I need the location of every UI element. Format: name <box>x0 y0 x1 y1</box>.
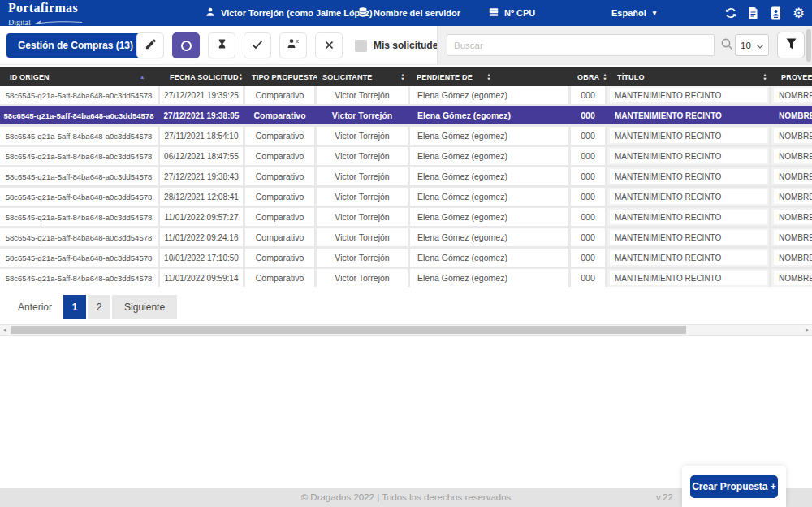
version-text: v.22. <box>656 488 676 507</box>
search-input[interactable] <box>447 34 715 56</box>
table-row[interactable]: 58c6545-q21a-5aff-84ba648-a0c3dd54578 28… <box>0 188 812 206</box>
cell-titulo: MANTENIMIENTO RECINTO <box>607 167 769 185</box>
cell-proveedor: NOMBRE <box>771 269 812 287</box>
cell-titulo: MANTENIMIENTO RECINTO <box>607 188 769 206</box>
scroll-right-icon[interactable]: ► <box>805 325 810 335</box>
module-dropdown-button[interactable]: Gestión de Compras (13) ▾ <box>6 33 157 58</box>
pending-filter-button[interactable] <box>172 32 200 58</box>
pagination-page-2[interactable]: 2 <box>88 295 110 318</box>
user-icon <box>205 6 216 20</box>
reject-button[interactable] <box>315 32 343 58</box>
gear-icon[interactable]: ⚙ <box>792 6 806 20</box>
approve-button[interactable] <box>244 32 271 58</box>
hourglass-icon <box>217 38 227 53</box>
cell-solicitante: Victor Torrejón <box>317 86 408 104</box>
col-header-solicitante[interactable]: SOLICITANTE ▲▼ <box>317 67 410 86</box>
filter-button[interactable] <box>777 32 805 58</box>
cell-titulo: MANTENIMIENTO RECINTO <box>607 147 769 165</box>
cell-pendiente-de: Elena Gómez (egomez) <box>410 188 568 206</box>
col-header-titulo[interactable]: TÍTULO ▲▼ <box>607 67 771 86</box>
app-screen: Portafirmas Digital Victor Torrejón (com… <box>0 0 812 507</box>
cell-tipo-propuesta: Comparativo <box>245 188 314 206</box>
sort-icon: ▲▼ <box>762 73 771 80</box>
cell-id-origen: 58c6545-q21a-5aff-84ba648-a0c3dd54578 <box>0 228 158 246</box>
hourglass-button[interactable] <box>208 32 235 58</box>
cell-titulo: MANTENIMIENTO RECINTO <box>607 208 769 226</box>
cell-id-origen: 58c6545-q21a-5aff-84ba648-a0c3dd54578 <box>0 106 158 124</box>
funnel-icon <box>786 38 797 53</box>
table-row[interactable]: 58c6545-q21a-5aff-84ba648-a0c3dd54578 11… <box>0 228 812 246</box>
cell-proveedor: NOMBRE <box>771 228 812 246</box>
cell-pendiente-de: Elena Gómez (egomez) <box>410 228 568 246</box>
col-header-obra[interactable]: OBRA ▲▼ <box>571 67 607 86</box>
my-requests-checkbox[interactable]: Mis solicitudes <box>355 26 443 65</box>
cell-fecha-solicitud: 11/01/2022 09:57:27 <box>160 208 243 226</box>
cell-pendiente-de: Elena Gómez (egomez) <box>410 208 568 226</box>
language-selector[interactable]: Español ▾ <box>611 0 656 26</box>
cell-fecha-solicitud: 27/12/2021 19:38:05 <box>160 106 243 124</box>
table-row[interactable]: 58c6545-q21a-5aff-84ba648-a0c3dd54578 06… <box>0 147 812 165</box>
language-label: Español <box>611 8 646 18</box>
pagination-next[interactable]: Siguiente <box>112 295 177 318</box>
col-header-proveedor[interactable]: PROVEEDOR <box>771 67 812 86</box>
logo-subtitle: Digital <box>8 18 31 27</box>
table-row[interactable]: 58c6545-q21a-5aff-84ba648-a0c3dd54578 27… <box>0 167 812 185</box>
cell-proveedor: NOMBRE <box>771 167 812 185</box>
sort-icon: ▲▼ <box>400 73 410 80</box>
col-header-pendiente-de[interactable]: PENDIENTE DE ▲▼ <box>410 67 571 86</box>
horizontal-scrollbar[interactable]: ◄ ► <box>0 324 812 336</box>
app-logo[interactable]: Portafirmas Digital <box>8 2 84 29</box>
cell-obra: 000 <box>571 188 605 206</box>
cell-obra: 000 <box>571 127 605 145</box>
cell-titulo: MANTENIMIENTO RECINTO <box>607 228 769 246</box>
current-user[interactable]: Victor Torrejón (como Jaime López) <box>205 0 373 26</box>
search-panel: 10 <box>437 26 812 64</box>
col-header-fecha-solicitud[interactable]: FECHA SOLICITUD ▲▼ <box>160 67 245 86</box>
cpu-label: Nº CPU <box>504 8 535 18</box>
top-header: Portafirmas Digital Victor Torrejón (com… <box>0 0 812 26</box>
refresh-icon[interactable] <box>723 6 737 20</box>
table-row[interactable]: 58c6545-q21a-5aff-84ba648-a0c3dd54578 27… <box>0 86 812 104</box>
vertical-scrollbar[interactable] <box>806 29 811 62</box>
remove-user-button[interactable] <box>279 32 307 58</box>
logo-title: Portafirmas <box>8 2 84 15</box>
table-row[interactable]: 58c6545-q21a-5aff-84ba648-a0c3dd54578 11… <box>0 208 812 226</box>
document-icon[interactable] <box>746 6 760 20</box>
cell-proveedor: NOMBRE <box>771 147 812 165</box>
cell-fecha-solicitud: 27/12/2021 19:39:25 <box>160 86 243 104</box>
col-header-id-origen[interactable]: ID ORIGEN ▲ <box>0 67 160 86</box>
pagination-page-1[interactable]: 1 <box>63 295 86 318</box>
toolbar: Gestión de Compras (13) ▾ <box>0 26 812 65</box>
check-icon <box>252 38 263 53</box>
cell-solicitante: Victor Torrejón <box>317 208 408 226</box>
create-proposal-button[interactable]: Crear Propuesta + <box>690 475 778 498</box>
chevron-down-icon <box>757 41 763 50</box>
cell-solicitante: Victor Torrejón <box>317 188 408 206</box>
cell-pendiente-de: Elena Gómez (egomez) <box>410 269 568 287</box>
cell-fecha-solicitud: 27/12/2021 19:38:43 <box>160 167 243 185</box>
table-row[interactable]: 58c6545-q21a-5aff-84ba648-a0c3dd54578 27… <box>0 127 812 145</box>
cell-solicitante: Victor Torrejón <box>317 249 408 266</box>
page-size-select[interactable]: 10 <box>735 34 769 56</box>
pagination-previous[interactable]: Anterior <box>18 301 52 313</box>
cell-proveedor: NOMBRE <box>771 208 812 226</box>
cell-titulo: MANTENIMIENTO RECINTO <box>607 249 769 266</box>
scroll-left-icon[interactable]: ◄ <box>2 325 7 335</box>
edit-button[interactable] <box>136 32 164 58</box>
cell-id-origen: 58c6545-q21a-5aff-84ba648-a0c3dd54578 <box>0 188 158 206</box>
cell-titulo: MANTENIMIENTO RECINTO <box>607 106 769 124</box>
cell-solicitante: Victor Torrejón <box>317 147 408 165</box>
cell-tipo-propuesta: Comparativo <box>245 167 314 185</box>
scrollbar-thumb[interactable] <box>11 326 686 334</box>
cell-id-origen: 58c6545-q21a-5aff-84ba648-a0c3dd54578 <box>0 249 158 266</box>
cell-tipo-propuesta: Comparativo <box>245 86 314 104</box>
my-requests-label: Mis solicitudes <box>374 40 443 51</box>
cell-id-origen: 58c6545-q21a-5aff-84ba648-a0c3dd54578 <box>0 127 158 145</box>
cell-id-origen: 58c6545-q21a-5aff-84ba648-a0c3dd54578 <box>0 147 158 165</box>
col-header-tipo-propuesta[interactable]: TIPO PROPUESTA ▲▼ <box>245 67 317 86</box>
table-row[interactable]: 58c6545-q21a-5aff-84ba648-a0c3dd54578 10… <box>0 249 812 266</box>
table-row[interactable]: 58c6545-q21a-5aff-84ba648-a0c3dd54578 27… <box>0 106 812 124</box>
contact-card-icon[interactable] <box>769 6 783 20</box>
search-icon[interactable] <box>720 37 734 54</box>
table-row[interactable]: 58c6545-q21a-5aff-84ba648-a0c3dd54578 11… <box>0 269 812 287</box>
